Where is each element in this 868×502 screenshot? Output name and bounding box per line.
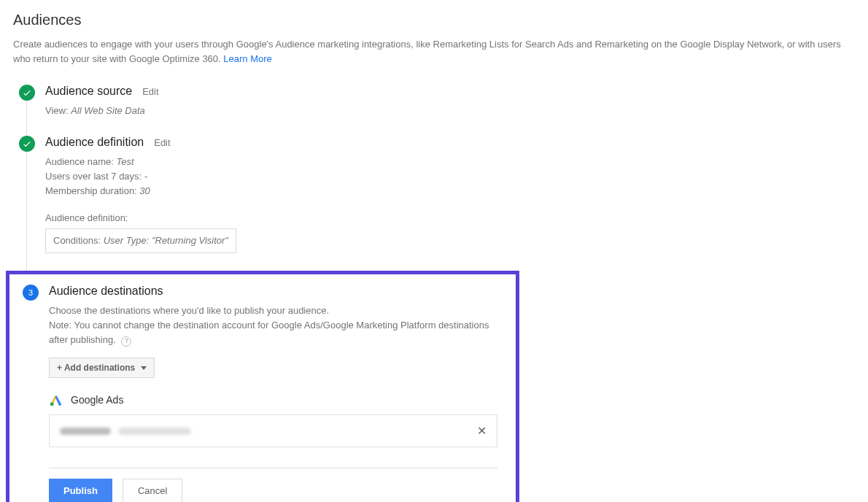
check-icon	[19, 136, 35, 152]
redacted-name	[60, 428, 111, 435]
learn-more-link[interactable]: Learn More	[223, 53, 271, 64]
step2-name-label: Audience name:	[45, 156, 117, 167]
step2-edit-link[interactable]: Edit	[154, 137, 170, 148]
step1-edit-link[interactable]: Edit	[142, 86, 158, 97]
step2-def-label: Audience definition:	[45, 211, 855, 225]
google-ads-icon	[49, 393, 63, 407]
step-connector	[26, 152, 27, 271]
step2-users-label: Users over last 7 days:	[45, 171, 144, 182]
destination-section: Google Ads ✕	[49, 393, 503, 447]
step2-def-value: User Type: "Returning Visitor"	[104, 235, 228, 246]
step2-title: Audience definition	[45, 136, 144, 149]
step2-duration-label: Membership duration:	[45, 185, 139, 196]
step3-desc-line1: Choose the destinations where you'd like…	[49, 304, 501, 318]
step-number-badge: 3	[23, 285, 39, 301]
step2-def-box: Conditions: User Type: "Returning Visito…	[45, 228, 236, 253]
step3-desc-line2: Note: You cannot change the destination …	[49, 320, 489, 345]
divider	[49, 468, 497, 468]
help-icon[interactable]: ?	[121, 336, 131, 347]
step2-duration-value: 30	[139, 185, 150, 196]
add-destinations-label: + Add destinations	[57, 363, 135, 373]
page-description: Create audiences to engage with your use…	[13, 37, 852, 66]
caret-down-icon	[141, 366, 147, 370]
add-destinations-button[interactable]: + Add destinations	[49, 358, 155, 378]
step1-title: Audience source	[45, 85, 132, 98]
action-buttons: Publish Cancel	[49, 479, 503, 502]
step2-users-value: -	[144, 171, 147, 182]
step-audience-destinations: 3 Audience destinations Choose the desti…	[23, 285, 503, 502]
step1-view-label: View:	[45, 105, 71, 116]
step-connector	[26, 101, 27, 136]
step2-def-prefix: Conditions:	[53, 235, 104, 246]
google-ads-label: Google Ads	[71, 394, 123, 406]
page-description-text: Create audiences to engage with your use…	[13, 39, 841, 64]
check-icon	[19, 85, 35, 101]
cancel-button[interactable]: Cancel	[123, 479, 182, 502]
page-title: Audiences	[13, 12, 855, 28]
svg-point-0	[50, 403, 54, 406]
step2-name-value: Test	[117, 156, 134, 167]
step-audience-definition: Audience definition Edit Audience name: …	[19, 136, 855, 253]
step3-title: Audience destinations	[49, 285, 163, 298]
destination-item: ✕	[49, 414, 497, 447]
step3-highlight: 3 Audience destinations Choose the desti…	[6, 271, 519, 502]
steps-container: Audience source Edit View: All Web Site …	[13, 85, 855, 502]
step-audience-source: Audience source Edit View: All Web Site …	[19, 85, 855, 118]
publish-button[interactable]: Publish	[49, 479, 112, 502]
remove-destination-button[interactable]: ✕	[477, 424, 487, 438]
step1-view-value: All Web Site Data	[71, 105, 145, 116]
redacted-detail	[118, 428, 191, 435]
step3-description: Choose the destinations where you'd like…	[49, 304, 501, 347]
